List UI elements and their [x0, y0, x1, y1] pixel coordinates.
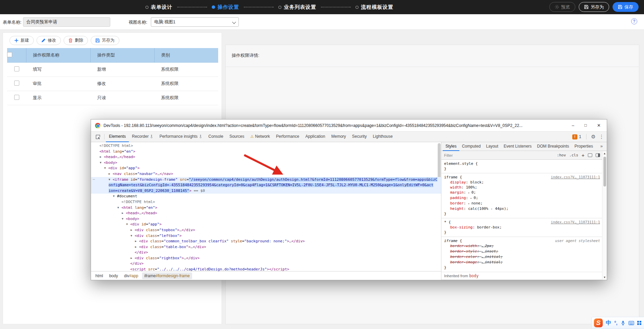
collapsed-arrow-icon[interactable]: ▶: [109, 171, 113, 177]
styles-tab-properties[interactable]: Properties: [572, 142, 596, 151]
expanded-arrow-icon[interactable]: ▼: [126, 222, 130, 227]
expand-arrow-icon[interactable]: ▸: [468, 191, 472, 194]
preview-button[interactable]: 预览: [549, 2, 575, 12]
row-checkbox[interactable]: [14, 66, 19, 71]
styles-tab-event-listeners[interactable]: Event Listeners: [501, 142, 534, 151]
expand-arrow-icon[interactable]: ▸: [482, 250, 485, 253]
scroll-down-icon[interactable]: ▼: [603, 275, 606, 280]
hov-toggle[interactable]: :hov: [557, 153, 566, 157]
expanded-arrow-icon[interactable]: ▼: [113, 194, 117, 199]
devtools-tree-row[interactable]: ▼<div id="app">: [91, 166, 441, 171]
expand-arrow-icon[interactable]: ▸: [482, 261, 485, 264]
collapsed-arrow-icon[interactable]: ▶: [135, 244, 139, 250]
tab-application[interactable]: Application: [302, 132, 328, 142]
pencil-toolbar-button[interactable]: 修改: [37, 36, 61, 45]
stylesheet-link[interactable]: index.css?V…_11073111:1: [551, 220, 600, 224]
styles-tab-layout[interactable]: Layout: [483, 142, 501, 151]
expanded-arrow-icon[interactable]: ▼: [117, 205, 121, 211]
devtools-tree-row[interactable]: ▶<nav class="navbar">…</nav>: [91, 171, 441, 177]
css-property[interactable]: border-image: ▸ initial;: [444, 260, 599, 265]
wizard-step-3[interactable]: 业务列表设置: [278, 4, 316, 10]
sogou-logo-icon[interactable]: S: [594, 319, 603, 327]
styles-tab-dom-breakpoints[interactable]: DOM Breakpoints: [534, 142, 572, 151]
minimize-button[interactable]: –: [572, 123, 574, 128]
save-button[interactable]: 保存: [613, 2, 639, 12]
devtools-titlebar[interactable]: DevTools - 192.168.80.113/seeyon/common/…: [91, 119, 607, 132]
rendering-icon[interactable]: [588, 153, 592, 157]
breadcrumb-item[interactable]: iframe#formdesign-frame: [142, 272, 192, 279]
tab-elements[interactable]: Elements: [106, 132, 129, 142]
maximize-button[interactable]: □: [584, 123, 587, 128]
close-button[interactable]: ✕: [597, 123, 601, 128]
expanded-arrow-icon[interactable]: ▼: [131, 233, 135, 239]
devtools-tree-row[interactable]: ▶<head>…</head>: [91, 211, 441, 216]
devtools-tree-row[interactable]: …▼<iframe id="formdesign-frame" src="/se…: [91, 177, 441, 183]
ime-mode-toggle[interactable]: 中: [606, 320, 611, 327]
punctuation-icon[interactable]: °,: [614, 320, 618, 326]
tab-memory[interactable]: Memory: [328, 132, 349, 142]
expand-arrow-icon[interactable]: ▸: [470, 197, 474, 200]
css-property[interactable]: padding: ▸ 0;: [444, 195, 599, 201]
devtools-tree-row[interactable]: <html lang="en">: [91, 149, 441, 155]
help-icon[interactable]: ?: [631, 18, 637, 24]
row-checkbox[interactable]: [14, 81, 19, 86]
devtools-tree-row[interactable]: ▶<div class="common_toolbar_box clearfix…: [91, 239, 441, 244]
expand-arrow-icon[interactable]: ▸: [468, 202, 472, 205]
css-property[interactable]: height: calc(100% - 44px);: [444, 206, 599, 211]
trash-toolbar-button[interactable]: 删除: [64, 36, 88, 45]
plus-toolbar-button[interactable]: 新建: [9, 36, 34, 45]
devtools-tree-row[interactable]: ▶<div class="table-box">…</div>: [91, 244, 441, 250]
wizard-step-2[interactable]: 操作设置: [212, 4, 239, 10]
filter-input[interactable]: Filter: [444, 153, 554, 157]
devtools-tree-row[interactable]: ▼<div id="app">: [91, 222, 441, 227]
expand-arrow-icon[interactable]: ▸: [482, 245, 485, 248]
css-property[interactable]: border: ▸ none;: [444, 201, 599, 206]
row-checkbox[interactable]: [14, 95, 19, 100]
tab-recorder[interactable]: Recorder: [129, 132, 156, 142]
devtools-tree-row[interactable]: ▶<head>…</head>: [91, 154, 441, 160]
table-row[interactable]: 填写新增系统权限: [7, 62, 218, 76]
issues-badge[interactable]: ! 1: [572, 134, 581, 139]
cls-toggle[interactable]: .cls: [569, 153, 578, 157]
table-row[interactable]: 审批修改系统权限: [7, 76, 218, 91]
css-property[interactable]: border-style: ▸ inset;: [444, 249, 599, 254]
breadcrumb-item[interactable]: html: [93, 272, 106, 279]
css-property[interactable]: display: block;: [444, 180, 599, 185]
inspect-icon[interactable]: [93, 134, 103, 139]
microphone-icon[interactable]: [621, 321, 625, 325]
css-property[interactable]: width: 100%;: [444, 185, 599, 190]
view-name-select[interactable]: 电脑:视图1: [151, 17, 239, 27]
tab-network[interactable]: ⚠Network: [247, 132, 273, 142]
styles-scrollbar[interactable]: ▲ ▼: [602, 151, 607, 280]
devtools-tree-row[interactable]: <!DOCTYPE html>: [91, 199, 441, 205]
breadcrumb-item[interactable]: div#app: [122, 272, 141, 279]
styles-tab-styles[interactable]: Styles: [443, 142, 459, 151]
kebab-menu-icon[interactable]: ⋮: [599, 134, 604, 140]
tab-performance-insights[interactable]: Performance insights: [156, 132, 205, 142]
devtools-tree-row[interactable]: <script src="../../../../cap4/fieldDesig…: [91, 267, 441, 271]
devtools-tree-row[interactable]: ▼<body>: [91, 216, 441, 222]
devtools-tree-row[interactable]: ▼<div class="leftbox">: [91, 233, 441, 239]
expanded-arrow-icon[interactable]: ▼: [104, 166, 108, 171]
tab-lighthouse[interactable]: Lighthouse: [370, 132, 396, 142]
devtools-tree-row[interactable]: ▶<div class="topbox">…</div>: [91, 227, 441, 233]
tab-performance[interactable]: Performance: [273, 132, 302, 142]
collapsed-arrow-icon[interactable]: ▶: [131, 256, 135, 261]
expand-arrow-icon[interactable]: ▸: [482, 256, 485, 259]
toolbox-grid-icon[interactable]: [637, 321, 641, 325]
css-property[interactable]: margin: ▸ 0;: [444, 190, 599, 195]
stylesheet-link[interactable]: index.css?V…_11073111:1: [551, 175, 600, 179]
form-name-input[interactable]: 合同类预算申请: [23, 17, 110, 27]
select-all-checkbox[interactable]: [7, 52, 12, 57]
saveas-button-top[interactable]: 另存为: [579, 2, 609, 12]
css-property[interactable]: border-color: ▸ initial;: [444, 254, 599, 260]
table-row[interactable]: 显示只读系统权限: [7, 91, 218, 105]
css-property[interactable]: border-width: ▸ 2px;: [444, 243, 599, 249]
expanded-arrow-icon[interactable]: ▼: [109, 177, 113, 183]
tab-security[interactable]: Security: [349, 132, 370, 142]
keyboard-icon[interactable]: [628, 321, 634, 325]
new-rule-button[interactable]: +: [582, 153, 584, 158]
collapsed-arrow-icon[interactable]: ▶: [135, 239, 139, 244]
devtools-tree-row[interactable]: ▶<div class="rightbox">…</div>: [91, 256, 441, 261]
devtools-tree-row[interactable]: onfigName=test&bizConfigId=-435518484235…: [91, 182, 441, 188]
